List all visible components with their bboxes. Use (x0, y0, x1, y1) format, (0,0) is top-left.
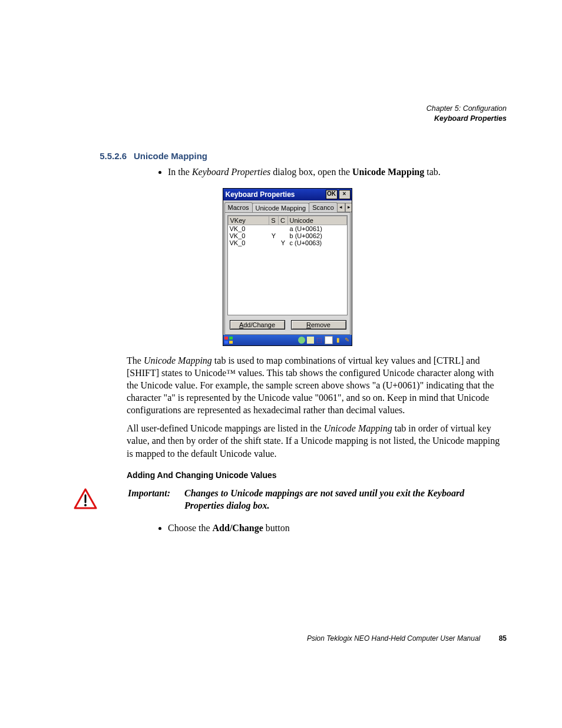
text-bold: Unicode Mapping (352, 167, 424, 177)
text: All user-defined Unicode mappings are li… (127, 423, 324, 433)
text: tab. (424, 167, 441, 177)
tray-battery-icon[interactable]: ▮ (335, 337, 342, 344)
text-italic: Unicode Mapping (144, 355, 212, 365)
important-line2: Properties dialog box. (184, 499, 464, 512)
tab-unicode-mapping[interactable]: Unicode Mapping (252, 203, 310, 212)
tray-doc-icon[interactable] (325, 336, 333, 344)
tab-strip: Macros Unicode Mapping Scanco ◂ ▸ (223, 200, 352, 212)
remove-button[interactable]: Remove (291, 320, 346, 330)
text: Choose the (168, 523, 213, 533)
cell-unicode: c (U+0063) (288, 239, 347, 246)
tab-body: VKey S C Unicode VK_0 a (U+0061) VK_0 Y (224, 212, 351, 335)
header-section: Keyboard Properties (68, 114, 507, 124)
cell-c (279, 232, 288, 239)
tab-scroll-right[interactable]: ▸ (345, 203, 352, 212)
tray-globe-icon[interactable] (298, 337, 305, 344)
body-paragraph-1: The Unicode Mapping tab is used to map c… (127, 354, 507, 417)
body-paragraph-2: All user-defined Unicode mappings are li… (127, 422, 507, 459)
svg-point-2 (84, 504, 87, 506)
cell-vkey: VK_0 (228, 225, 269, 232)
col-c[interactable]: C (279, 216, 288, 225)
col-vkey[interactable]: VKey (228, 216, 269, 225)
dialog-titlebar: Keyboard Properties OK × (223, 189, 352, 200)
start-icon[interactable] (224, 337, 233, 344)
text-italic: Keyboard Properties (192, 167, 270, 177)
section-number: 5.5.2.6 (68, 151, 134, 161)
important-text: Important:Changes to Unicode mappings ar… (128, 487, 464, 512)
taskbar: ⬚ ▮ ✎ (223, 335, 352, 345)
important-label: Important: (128, 487, 184, 500)
dialog-title: Keyboard Properties (226, 190, 295, 199)
label-rest: dd/Change (243, 321, 275, 328)
page-number: 85 (499, 634, 507, 643)
text-bold: Add/Change (213, 523, 263, 533)
important-line1: Changes to Unicode mappings are not save… (184, 488, 464, 498)
step-bullet: Choose the Add/Change button (168, 523, 507, 533)
col-unicode[interactable]: Unicode (288, 216, 347, 225)
cell-unicode: a (U+0061) (288, 225, 347, 232)
tab-scancode[interactable]: Scanco (309, 202, 338, 212)
dialog-keyboard-properties: Keyboard Properties OK × Macros Unicode … (223, 188, 352, 346)
text: dialog box, open the (270, 167, 352, 177)
table-row[interactable]: VK_0 a (U+0061) (228, 225, 347, 232)
footer-text: Psion Teklogix NEO Hand-Held Computer Us… (307, 634, 480, 643)
text: button (263, 523, 290, 533)
tray-sip-icon[interactable] (307, 337, 314, 344)
tab-macros[interactable]: Macros (224, 202, 253, 212)
cell-s (269, 239, 279, 246)
col-s[interactable]: S (269, 216, 279, 225)
cell-unicode: b (U+0062) (288, 232, 347, 239)
mnemonic: R (306, 321, 311, 328)
dialog-button-row: Add/Change Remove (225, 318, 350, 334)
tray-network-icon[interactable]: ⬚ (316, 337, 323, 344)
warning-icon (74, 487, 100, 512)
cell-vkey: VK_0 (228, 239, 269, 246)
cell-c: Y (279, 239, 288, 246)
mapping-listview[interactable]: VKey S C Unicode VK_0 a (U+0061) VK_0 Y (227, 215, 348, 315)
listview-header: VKey S C Unicode (228, 216, 347, 225)
cell-c (279, 225, 288, 232)
table-row[interactable]: VK_0 Y c (U+0063) (228, 239, 347, 246)
intro-bullet: In the Keyboard Properties dialog box, o… (168, 167, 507, 177)
text: In the (168, 167, 192, 177)
tray-pen-icon[interactable]: ✎ (343, 337, 351, 344)
system-tray: ⬚ ▮ ✎ (298, 336, 351, 344)
cell-s: Y (269, 232, 279, 239)
cell-vkey: VK_0 (228, 232, 269, 239)
sub-heading: Adding And Changing Unicode Values (127, 470, 507, 480)
running-header: Chapter 5: Configuration Keyboard Proper… (68, 104, 507, 124)
text-italic: Unicode Mapping (324, 423, 392, 433)
cell-s (269, 225, 279, 232)
tab-scroll-left[interactable]: ◂ (337, 203, 345, 212)
tab-scroll-arrows: ◂ ▸ (337, 203, 352, 212)
text: The (127, 355, 144, 365)
add-change-button[interactable]: Add/Change (230, 320, 285, 330)
close-button[interactable]: × (339, 190, 351, 199)
page-footer: Psion Teklogix NEO Hand-Held Computer Us… (307, 634, 507, 643)
section-heading: 5.5.2.6 Unicode Mapping (68, 151, 507, 161)
step-bullet-list: Choose the Add/Change button (144, 523, 507, 533)
intro-bullet-list: In the Keyboard Properties dialog box, o… (144, 167, 507, 177)
screenshot-figure: Keyboard Properties OK × Macros Unicode … (68, 188, 507, 346)
table-row[interactable]: VK_0 Y b (U+0062) (228, 232, 347, 239)
ok-button[interactable]: OK (326, 190, 338, 199)
important-note: Important:Changes to Unicode mappings ar… (74, 487, 507, 512)
label-rest: emove (311, 321, 330, 328)
header-chapter: Chapter 5: Configuration (68, 104, 507, 114)
section-title: Unicode Mapping (134, 151, 207, 161)
